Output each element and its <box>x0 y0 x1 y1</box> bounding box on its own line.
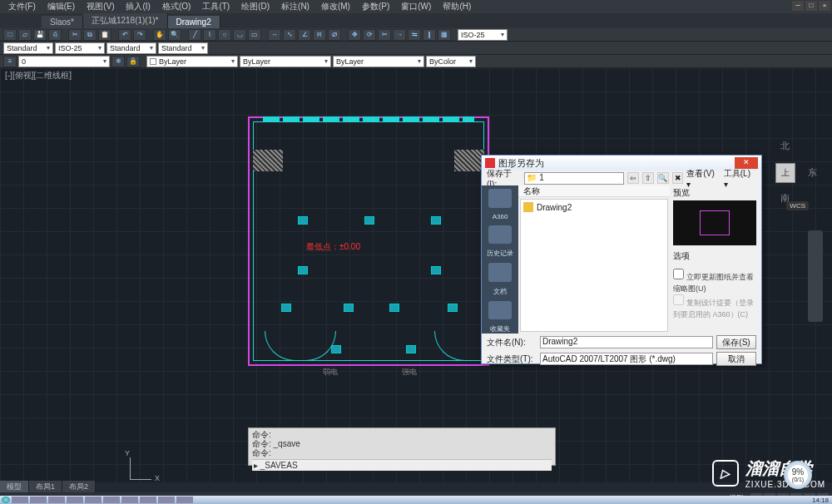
place-a360-icon[interactable] <box>488 189 512 208</box>
tab-2[interactable]: Drawing2 <box>168 16 220 28</box>
menu-help[interactable]: 帮助(H) <box>443 1 471 12</box>
lineweight-dropdown[interactable]: ByLayer <box>333 56 424 67</box>
minimize-button[interactable]: ─ <box>792 1 804 11</box>
redo-icon[interactable]: ↷ <box>133 29 146 41</box>
menu-tools[interactable]: 工具(T) <box>202 1 230 12</box>
textstyle-dropdown[interactable]: Standard <box>3 42 53 54</box>
menu-dimension[interactable]: 标注(N) <box>281 1 310 12</box>
polyline-icon[interactable]: ⌇ <box>203 29 216 41</box>
file-list-header[interactable]: 名称 <box>518 185 670 197</box>
menu-param[interactable]: 参数(P) <box>362 1 389 12</box>
start-button[interactable] <box>2 497 10 503</box>
tab-1[interactable]: 正弘城1218(1)(1)* <box>83 13 168 28</box>
task-item[interactable] <box>176 497 193 503</box>
compass-east[interactable]: 东 <box>808 166 817 179</box>
tablestyle-dropdown[interactable]: Standard <box>106 42 156 54</box>
task-item[interactable] <box>103 497 120 503</box>
mlstyle-dropdown[interactable]: Standard <box>158 42 208 54</box>
arc-icon[interactable]: ◡ <box>233 29 246 41</box>
dimstyle2-dropdown[interactable]: ISO-25 <box>55 42 105 54</box>
line-icon[interactable]: ╱ <box>188 29 201 41</box>
filetype-combo[interactable]: AutoCAD 2007/LT2007 图形 (*.dwg) <box>540 353 713 365</box>
plotstyle-dropdown[interactable]: ByColor <box>426 56 476 67</box>
place-a360[interactable]: A360 <box>493 213 508 220</box>
circle-icon[interactable]: ○ <box>218 29 231 41</box>
color-dropdown[interactable]: ByLayer <box>146 56 238 67</box>
zoom-icon[interactable]: 🔍 <box>168 29 181 41</box>
taskbar-clock[interactable]: 14:18 <box>812 497 832 504</box>
menu-insert[interactable]: 插入(I) <box>126 1 150 12</box>
array-icon[interactable]: ▦ <box>438 29 451 41</box>
task-item[interactable] <box>30 497 47 503</box>
file-list[interactable]: Drawing2 <box>520 199 668 332</box>
maximize-button[interactable]: □ <box>805 1 817 11</box>
tab-layout1[interactable]: 布局1 <box>29 481 62 492</box>
layer-lock-icon[interactable]: 🔒 <box>126 56 140 67</box>
task-item[interactable] <box>12 497 28 503</box>
undo-icon[interactable]: ↶ <box>118 29 131 41</box>
search-icon[interactable]: 🔍 <box>657 172 669 184</box>
view-cube[interactable]: 北 南 西 东 上 <box>755 143 814 201</box>
cmd-input[interactable]: ▸ _SAVEAS <box>252 459 552 471</box>
opt-thumbnail-checkbox[interactable]: 立即更新图纸并查看缩略图(U) <box>673 269 758 294</box>
place-fav[interactable]: 收藏夹 <box>490 324 510 334</box>
layer-dropdown[interactable]: 0 <box>18 56 110 67</box>
opt-designfeed-checkbox[interactable]: 复制设计提要（登录到要启用的 A360）(C) <box>673 294 758 320</box>
save-button[interactable]: 保存(S) <box>716 335 756 349</box>
dim-linear-icon[interactable]: ↔ <box>268 29 281 41</box>
rect-icon[interactable]: ▭ <box>248 29 261 41</box>
cut-icon[interactable]: ✂ <box>68 29 82 41</box>
rotate-icon[interactable]: ⟳ <box>363 29 376 41</box>
menu-file[interactable]: 文件(F) <box>8 1 36 12</box>
file-item[interactable]: Drawing2 <box>522 201 666 213</box>
place-docs-icon[interactable] <box>488 263 512 282</box>
view-label[interactable]: [-][俯视][二维线框] <box>5 70 72 82</box>
tab-model[interactable]: 模型 <box>0 481 29 492</box>
save-in-combo[interactable]: 📁 1 <box>524 172 624 185</box>
save-icon[interactable]: 💾 <box>33 29 47 41</box>
dim-angular-icon[interactable]: ∠ <box>298 29 311 41</box>
delete-icon[interactable]: ✖ <box>672 172 684 184</box>
mirror-icon[interactable]: ⇋ <box>408 29 421 41</box>
task-item[interactable] <box>121 497 138 503</box>
close-button[interactable]: × <box>819 1 830 11</box>
move-icon[interactable]: ✥ <box>348 29 361 41</box>
windows-taskbar[interactable]: 14:18 <box>0 496 832 504</box>
place-docs[interactable]: 文档 <box>493 287 507 296</box>
menu-draw[interactable]: 绘图(D) <box>241 1 270 12</box>
copy-icon[interactable]: ⧉ <box>83 29 97 41</box>
layer-manager-icon[interactable]: ≡ <box>3 56 17 67</box>
task-item[interactable] <box>140 497 156 503</box>
dim-radius-icon[interactable]: R <box>313 29 326 41</box>
paste-icon[interactable]: 📋 <box>98 29 111 41</box>
tab-layout2[interactable]: 布局2 <box>62 481 96 492</box>
compass-north[interactable]: 北 <box>780 140 790 152</box>
extend-icon[interactable]: → <box>393 29 406 41</box>
new-icon[interactable]: □ <box>3 29 17 41</box>
pan-icon[interactable]: ✋ <box>153 29 166 41</box>
linetype-dropdown[interactable]: ByLayer <box>240 56 331 67</box>
menu-window[interactable]: 窗口(W) <box>401 1 431 12</box>
task-item[interactable] <box>158 497 175 503</box>
open-icon[interactable]: ▱ <box>18 29 32 41</box>
trim-icon[interactable]: ✂ <box>378 29 391 41</box>
tab-0[interactable]: Slaos* <box>42 16 83 28</box>
layer-freeze-icon[interactable]: ❄ <box>111 56 125 67</box>
menu-edit[interactable]: 编辑(E) <box>47 1 75 12</box>
task-item[interactable] <box>67 497 83 503</box>
dim-diameter-icon[interactable]: Ø <box>328 29 341 41</box>
place-fav-icon[interactable] <box>488 301 512 320</box>
up-icon[interactable]: ⇧ <box>642 172 654 184</box>
print-icon[interactable]: ⎙ <box>48 29 62 41</box>
wcs-label[interactable]: WCS <box>786 201 809 210</box>
menu-format[interactable]: 格式(O) <box>162 1 191 12</box>
command-line[interactable]: 命令: 命令: _qsave 命令: ▸ _SAVEAS <box>248 427 556 466</box>
task-item[interactable] <box>85 497 102 503</box>
menu-modify[interactable]: 修改(M) <box>321 1 350 12</box>
view-cube-top[interactable]: 上 <box>775 163 795 183</box>
dimstyle-dropdown[interactable]: ISO-25 <box>458 29 508 41</box>
cancel-button[interactable]: 取消 <box>716 352 756 366</box>
navigation-bar[interactable] <box>808 230 823 322</box>
offset-icon[interactable]: ‖ <box>423 29 436 41</box>
place-history[interactable]: 历史记录 <box>487 249 513 258</box>
